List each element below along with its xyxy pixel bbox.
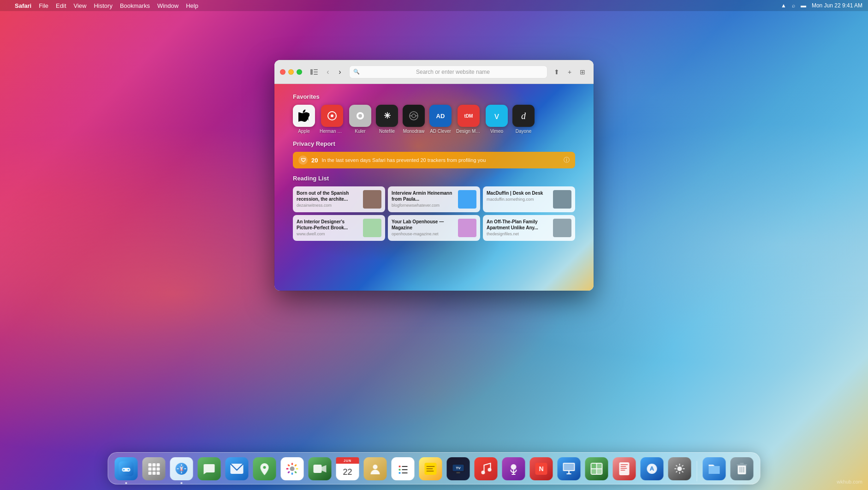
- reading-url-6: thedesignfiles.net: [487, 232, 549, 236]
- dock-messages[interactable]: [197, 456, 222, 481]
- dock-finder[interactable]: [114, 456, 139, 481]
- forward-button[interactable]: ›: [334, 66, 345, 78]
- dock-safari[interactable]: [169, 456, 194, 481]
- svg-rect-41: [294, 471, 297, 474]
- fav-item-design-museum[interactable]: tDM Design Museum: [456, 105, 481, 134]
- menubar-app-name[interactable]: Safari: [15, 2, 31, 9]
- reading-item-4[interactable]: An Interior Designer's Picture-Perfect B…: [293, 215, 385, 241]
- svg-rect-20: [157, 463, 160, 466]
- svg-point-37: [290, 466, 295, 471]
- reading-thumb-3: [553, 190, 571, 209]
- dock-system-preferences[interactable]: [667, 456, 692, 481]
- dock-maps[interactable]: [252, 456, 277, 481]
- dock-news[interactable]: N: [529, 456, 554, 481]
- dock-reminders[interactable]: [391, 456, 416, 481]
- close-button[interactable]: [280, 69, 285, 75]
- dock-mail[interactable]: [225, 456, 250, 481]
- menubar-left: Safari File Edit View History Bookmarks …: [6, 2, 781, 9]
- dock-contacts[interactable]: [363, 456, 388, 481]
- dock-music[interactable]: [474, 456, 499, 481]
- svg-line-92: [682, 471, 684, 472]
- reading-section: Reading List Born out of the Spanish rec…: [274, 168, 594, 241]
- dock-trash[interactable]: [730, 456, 755, 481]
- reading-item-2[interactable]: Interview Armin Heinemann from Paula... …: [388, 186, 480, 212]
- menubar-file[interactable]: File: [39, 2, 48, 9]
- privacy-shield-icon: 🛡: [298, 155, 308, 165]
- reading-item-6[interactable]: An Off-The-Plan Family Apartment Unlike …: [483, 215, 575, 241]
- dock-numbers[interactable]: [584, 456, 609, 481]
- safari-icon: [170, 457, 193, 480]
- svg-rect-22: [153, 467, 156, 471]
- reading-item-5[interactable]: Your Lab Openhouse — Magazine openhouse-…: [388, 215, 480, 241]
- fav-item-apple[interactable]: Apple: [293, 105, 315, 134]
- reading-text-5: Your Lab Openhouse — Magazine openhouse-…: [392, 219, 454, 236]
- fav-item-herman-miller[interactable]: Herman Miller: [320, 105, 345, 134]
- new-tab-button[interactable]: +: [564, 66, 575, 78]
- svg-rect-62: [457, 472, 460, 473]
- fav-dm-label: Design Museum: [456, 129, 481, 134]
- finder-icon: [115, 457, 138, 480]
- svg-rect-82: [621, 468, 627, 469]
- messages-icon: [198, 457, 221, 480]
- fav-notefile-label: Notefile: [379, 129, 395, 134]
- reading-title-4: An Interior Designer's Picture-Perfect B…: [297, 219, 359, 231]
- fav-item-adclever[interactable]: AD AD Clever: [429, 105, 452, 134]
- menubar-window[interactable]: Window: [157, 2, 178, 9]
- menubar-view[interactable]: View: [74, 2, 87, 9]
- fav-item-monodraw[interactable]: Monodraw: [403, 105, 425, 134]
- nav-buttons: ‹ ›: [322, 66, 345, 78]
- dock-keynote[interactable]: [557, 456, 582, 481]
- reading-item-1[interactable]: Born out of the Spanish recession, the a…: [293, 186, 385, 212]
- search-icon[interactable]: ⌕: [792, 2, 795, 9]
- dock-launchpad[interactable]: [142, 456, 166, 481]
- menubar-bookmarks[interactable]: Bookmarks: [120, 2, 150, 9]
- svg-rect-83: [621, 470, 625, 471]
- menubar-edit[interactable]: Edit: [56, 2, 66, 9]
- fav-item-dayone[interactable]: d Dayone: [512, 105, 535, 134]
- dock-appstore[interactable]: A: [640, 456, 665, 481]
- show-overview-button[interactable]: ⊞: [577, 66, 588, 78]
- dock-notes[interactable]: [418, 456, 443, 481]
- fav-hm-icon: [321, 105, 343, 127]
- privacy-info-icon[interactable]: ⓘ: [564, 156, 570, 164]
- menubar-history[interactable]: History: [94, 2, 112, 9]
- svg-rect-39: [294, 464, 297, 467]
- dock-calendar[interactable]: JUN 22: [335, 456, 360, 481]
- maps-icon: [253, 457, 276, 480]
- safari-content: Favorites Apple Herman Miller: [274, 84, 594, 291]
- address-bar[interactable]: 🔍 Search or enter website name: [349, 66, 547, 78]
- svg-rect-97: [740, 463, 744, 464]
- dock-pages[interactable]: [612, 456, 637, 481]
- fullscreen-button[interactable]: [297, 69, 302, 75]
- dock-facetime[interactable]: [308, 456, 333, 481]
- podcasts-icon: [502, 457, 525, 480]
- fav-apple-icon: [293, 105, 315, 127]
- svg-point-36: [263, 466, 266, 469]
- dock-photos[interactable]: [280, 456, 305, 481]
- fav-monodraw-icon: [403, 105, 425, 127]
- menubar-datetime: Mon Jun 22 9:41 AM: [812, 2, 862, 9]
- reading-item-3[interactable]: MacDuffin | Desk on Desk macduffin.somet…: [483, 186, 575, 212]
- dock-podcasts[interactable]: [501, 456, 526, 481]
- svg-text:TV: TV: [456, 466, 461, 470]
- fav-item-notefile[interactable]: ✳ Notefile: [376, 105, 398, 134]
- photos-icon: [281, 457, 304, 480]
- dock-tv[interactable]: TV: [446, 456, 471, 481]
- share-button[interactable]: ⬆: [551, 66, 562, 78]
- svg-point-16: [123, 469, 125, 471]
- reading-title-5: Your Lab Openhouse — Magazine: [392, 219, 454, 231]
- svg-point-7: [358, 114, 362, 118]
- menubar-help[interactable]: Help: [186, 2, 198, 9]
- fav-dayone-icon: d: [512, 105, 535, 127]
- reading-text-4: An Interior Designer's Picture-Perfect B…: [297, 219, 359, 236]
- fav-item-vimeo[interactable]: v Vimeo: [486, 105, 508, 134]
- back-button[interactable]: ‹: [322, 66, 333, 78]
- watermark: wkhub.com: [837, 479, 862, 484]
- dock-files[interactable]: [702, 456, 727, 481]
- fav-item-kuler[interactable]: Kuler: [349, 105, 371, 134]
- sidebar-toggle-button[interactable]: [309, 67, 319, 77]
- privacy-bar[interactable]: 🛡 20 In the last seven days Safari has p…: [293, 152, 575, 168]
- trash-icon: [731, 457, 754, 480]
- minimize-button[interactable]: [288, 69, 294, 75]
- svg-rect-42: [291, 472, 293, 475]
